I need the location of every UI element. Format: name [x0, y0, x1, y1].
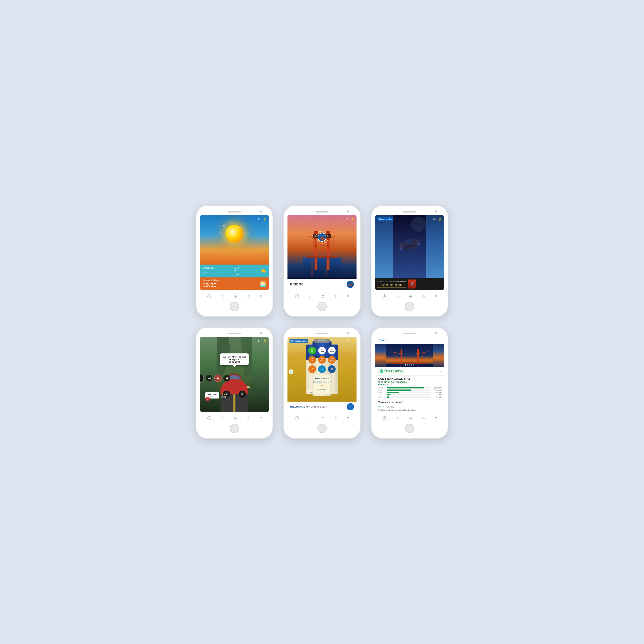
- nav-clock-icon-5[interactable]: 🕐: [295, 416, 299, 420]
- nav-dots-icon-3[interactable]: ⊙: [409, 294, 412, 298]
- nav-menu-icon-3[interactable]: ≡: [435, 294, 437, 298]
- home-button-1[interactable]: [230, 302, 239, 311]
- svg-point-42: [396, 219, 397, 219]
- nav-smile-icon-5[interactable]: ☺: [334, 416, 337, 420]
- car-play-button[interactable]: ▶: [214, 375, 222, 382]
- nav-clock-icon-4[interactable]: 🕐: [207, 416, 211, 420]
- sodm-circle: 6% SODM: [328, 356, 336, 364]
- trip-chevron-icon[interactable]: ∧: [440, 370, 442, 373]
- phone-bottom-2: 🕐 ☆ ⊙ ☺ ≡: [287, 290, 357, 313]
- home-button-6[interactable]: [405, 424, 414, 433]
- nav-smile-icon-2[interactable]: ☺: [334, 294, 337, 298]
- car-cam-icons: ⊙ ⚡: [258, 339, 267, 343]
- nav-clock-icon-3[interactable]: 🕐: [382, 294, 387, 298]
- review-title: "Drive over the bridge": [378, 401, 442, 403]
- home-button-3[interactable]: [405, 302, 414, 311]
- home-button-2[interactable]: [317, 302, 327, 311]
- bar-excellent: 26753 Excellent: [378, 387, 442, 389]
- sodm-label: SODM: [329, 360, 334, 362]
- nav-menu-icon-2[interactable]: ≡: [347, 294, 349, 298]
- sugar-circle: 0 SUGR: [328, 347, 336, 354]
- sugar-val: 0: [331, 349, 332, 351]
- nav-star-icon-2[interactable]: ☆: [309, 294, 312, 298]
- svg-rect-39: [323, 238, 324, 240]
- trip-advisor-section: 🦉 TRIP ADVISOR ∧: [375, 367, 444, 376]
- nav-dots-icon-6[interactable]: ⊙: [409, 416, 412, 420]
- nav-smile-icon-4[interactable]: ☺: [246, 416, 250, 420]
- nav-star-icon[interactable]: ☆: [221, 294, 224, 298]
- bar-average: 3890 Average: [378, 392, 442, 393]
- svg-text:Mayonnaise: Mayonnaise: [318, 388, 326, 390]
- car-360-button[interactable]: 360°: [200, 373, 204, 383]
- location-rank: #4 of 527 in San Francisco: [378, 381, 442, 383]
- svg-text:MAYONNAISE: MAYONNAISE: [318, 340, 326, 342]
- phones-grid: ⊙ ⚡: [180, 190, 464, 454]
- home-button-5[interactable]: [317, 424, 327, 433]
- nav-dots-icon-2[interactable]: ⊙: [321, 294, 325, 298]
- cal2-val: 35: [321, 358, 323, 360]
- car-name: VANQUISH: [223, 358, 245, 361]
- nav-smile-icon-6[interactable]: ☺: [421, 416, 425, 420]
- sunset-icon: 🌅: [259, 281, 266, 287]
- home-button-4[interactable]: [230, 424, 239, 433]
- nav-star-icon-3[interactable]: ☆: [396, 294, 400, 298]
- nav-clock-icon-6[interactable]: 🕐: [382, 416, 387, 420]
- flash-icon[interactable]: ⚡: [263, 217, 267, 221]
- phone-bottom-4: 🕐 ☆ ⊙ ☺ ≡: [200, 412, 269, 435]
- nav-clock-icon[interactable]: 🕐: [207, 294, 211, 298]
- review-stars: ●●●●●: [378, 406, 384, 408]
- fat-circle: 5% FAT: [308, 347, 316, 354]
- nav-menu-icon-4[interactable]: ≡: [259, 416, 261, 420]
- trip-advisor-label: TRIP ADVISOR: [384, 370, 403, 373]
- cal1-val: 35: [311, 358, 313, 360]
- nav-star-icon-4[interactable]: ☆: [221, 416, 224, 420]
- star4: ●: [383, 383, 384, 386]
- trip-location-stars: ● ● ● ● ●: [378, 383, 386, 386]
- nav-smile-icon-3[interactable]: ☺: [421, 294, 425, 298]
- bridge-footer: BRIDGE: [287, 279, 357, 290]
- car-info-box: ASTON MARTIN V12 VANQUISH 2003-2004: [220, 353, 249, 365]
- phone-bottom-5: 🕐 ☆ ⊙ ☺ ≡: [287, 412, 357, 435]
- nav-clock-icon-2[interactable]: 🕐: [295, 294, 299, 298]
- car-prev-button[interactable]: ◀: [206, 375, 213, 382]
- phone-top-3: [375, 209, 444, 215]
- car-screen-container: ⊙ ⚡: [200, 337, 269, 412]
- bridge-screen-container: ⊙ ⚡: [287, 215, 357, 290]
- nav-dots-icon-4[interactable]: ⊙: [234, 416, 237, 420]
- phone-camera-5: [347, 332, 349, 334]
- camera-icon[interactable]: ⊙: [258, 217, 261, 221]
- back-arrow-icon[interactable]: ‹: [378, 338, 379, 342]
- location-name: SAN FRANCISCO BAY: [378, 377, 442, 381]
- nav-menu-icon-6[interactable]: ≡: [435, 416, 437, 420]
- nav-smile-icon[interactable]: ☺: [246, 294, 250, 298]
- camera-icon-4[interactable]: ⊙: [258, 339, 261, 343]
- bar-very-good: 10122 Very good: [378, 389, 442, 391]
- weather-low: ▼ 12°: [234, 270, 241, 273]
- svg-point-103: [410, 363, 410, 363]
- car-next-button[interactable]: ◀: [223, 375, 230, 382]
- dot-3: [409, 364, 410, 366]
- fat-label: FAT: [311, 351, 314, 352]
- nav-star-icon-6[interactable]: ☆: [396, 416, 400, 420]
- back-label[interactable]: Back: [380, 339, 386, 342]
- phone-top-1: [200, 209, 269, 215]
- flash-icon-4[interactable]: ⚡: [263, 339, 267, 343]
- sunset-label: Sunset today at: [202, 279, 221, 282]
- svg-rect-36: [326, 260, 327, 277]
- nav-menu-icon[interactable]: ≡: [259, 294, 261, 298]
- svg-rect-100: [400, 365, 401, 367]
- svg-point-1: [230, 222, 231, 223]
- nav-dots-icon-5[interactable]: ⊙: [321, 416, 325, 420]
- phone-nav-4: 🕐 ☆ ⊙ ☺ ≡: [200, 415, 269, 421]
- phone-bottom-3: 🕐 ☆ ⊙ ☺ ≡: [375, 290, 444, 313]
- nav-dots-icon[interactable]: ⊙: [234, 294, 237, 298]
- svg-text:Light: Light: [320, 385, 324, 387]
- nav-star-icon-5[interactable]: ☆: [309, 416, 312, 420]
- nav-menu-icon-5[interactable]: ≡: [347, 416, 349, 420]
- star1: ●: [378, 383, 379, 386]
- sunset-time: 19:30: [202, 282, 221, 289]
- bar-poor: 519 Poor: [378, 394, 442, 396]
- cal2-label: CAL: [320, 360, 324, 362]
- icon2-circle: 💧: [318, 365, 326, 373]
- trip-advisor-logo: 🦉 TRIP ADVISOR: [378, 369, 405, 374]
